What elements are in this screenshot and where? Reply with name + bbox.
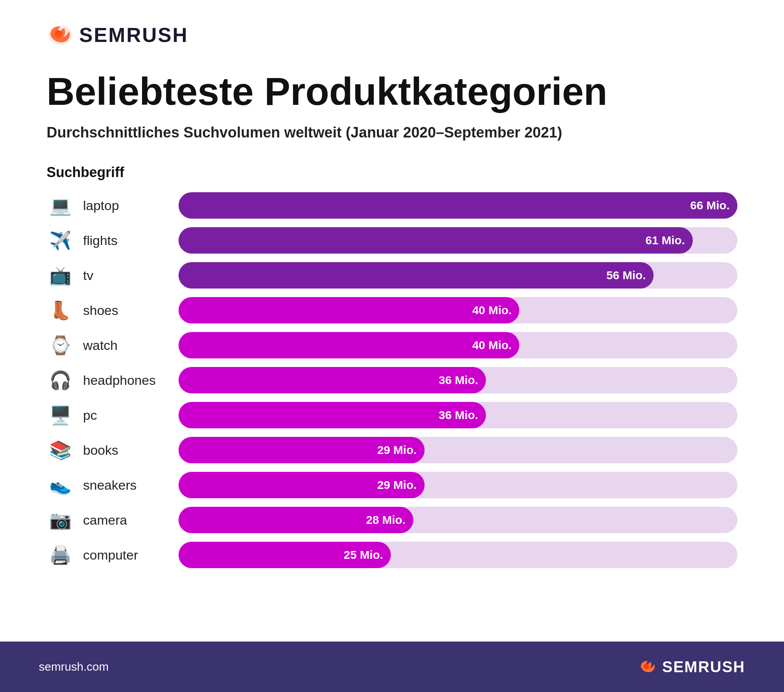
column-header: Suchbegriff [47, 164, 737, 181]
bar-track: 25 Mio. [179, 542, 737, 568]
row-label: watch [83, 338, 118, 353]
logo-text: SEMRUSH [79, 23, 188, 47]
row-label-area: 👟 sneakers [47, 475, 179, 496]
footer-logo: SEMRUSH [638, 658, 745, 676]
bar-value: 29 Mio. [377, 478, 417, 492]
page-title: Beliebteste Produktkategorien [47, 70, 737, 113]
bar-fill: 40 Mio. [179, 332, 519, 358]
bar-fill: 29 Mio. [179, 437, 425, 463]
row-icon: 👢 [47, 300, 74, 321]
chart-area: 💻 laptop 66 Mio. ✈️ flights 61 Mio. 📺 [47, 192, 737, 568]
row-label: sneakers [83, 478, 137, 493]
bar-track: 29 Mio. [179, 437, 737, 463]
bar-track: 40 Mio. [179, 297, 737, 323]
bar-track: 61 Mio. [179, 227, 737, 254]
bar-value: 25 Mio. [343, 548, 383, 562]
semrush-logo-icon [47, 23, 74, 47]
row-label: pc [83, 408, 97, 423]
bar-fill: 36 Mio. [179, 367, 486, 393]
row-icon: 🖨️ [47, 544, 74, 565]
row-label-area: 🖨️ computer [47, 544, 179, 565]
bar-track: 66 Mio. [179, 192, 737, 219]
bar-value: 56 Mio. [606, 269, 646, 282]
bar-track: 40 Mio. [179, 332, 737, 358]
row-label-area: 💻 laptop [47, 195, 179, 216]
row-icon: ✈️ [47, 230, 74, 251]
bar-value: 29 Mio. [377, 443, 417, 457]
bar-row: 🎧 headphones 36 Mio. [47, 367, 737, 393]
bar-row: 👢 shoes 40 Mio. [47, 297, 737, 323]
bar-fill: 36 Mio. [179, 402, 486, 428]
row-label-area: 🖥️ pc [47, 405, 179, 426]
bar-value: 36 Mio. [439, 374, 478, 387]
bar-track: 36 Mio. [179, 367, 737, 393]
row-icon: 💻 [47, 195, 74, 216]
row-label: flights [83, 233, 118, 248]
bar-fill: 29 Mio. [179, 472, 425, 498]
row-label: laptop [83, 198, 119, 213]
row-icon: ⌚ [47, 335, 74, 356]
bar-value: 40 Mio. [472, 304, 512, 317]
row-label: books [83, 443, 118, 458]
row-label-area: 👢 shoes [47, 300, 179, 321]
row-icon: 📺 [47, 265, 74, 286]
row-label-area: ⌚ watch [47, 335, 179, 356]
row-icon: 🖥️ [47, 405, 74, 426]
bar-fill: 25 Mio. [179, 542, 391, 568]
row-label-area: 🎧 headphones [47, 370, 179, 391]
footer: semrush.com SEMRUSH [0, 642, 784, 692]
footer-logo-text: SEMRUSH [662, 658, 745, 676]
row-label-area: 📚 books [47, 440, 179, 461]
bar-value: 36 Mio. [439, 409, 478, 422]
footer-url: semrush.com [39, 660, 109, 673]
row-icon: 🎧 [47, 370, 74, 391]
bar-fill: 28 Mio. [179, 507, 413, 533]
logo-area: SEMRUSH [47, 23, 737, 47]
bar-row: 💻 laptop 66 Mio. [47, 192, 737, 219]
row-label: headphones [83, 373, 156, 388]
bar-row: 👟 sneakers 29 Mio. [47, 472, 737, 498]
bar-row: 📺 tv 56 Mio. [47, 262, 737, 289]
bar-track: 28 Mio. [179, 507, 737, 533]
bar-row: 📷 camera 28 Mio. [47, 507, 737, 533]
footer-logo-icon [638, 659, 657, 675]
row-label-area: ✈️ flights [47, 230, 179, 251]
bar-row: 🖥️ pc 36 Mio. [47, 402, 737, 428]
bar-value: 40 Mio. [472, 339, 512, 352]
bar-value: 61 Mio. [645, 234, 685, 247]
bar-value: 66 Mio. [690, 199, 730, 212]
row-label-area: 📺 tv [47, 265, 179, 286]
bar-fill: 66 Mio. [179, 192, 737, 219]
bar-row: ✈️ flights 61 Mio. [47, 227, 737, 254]
bar-track: 29 Mio. [179, 472, 737, 498]
bar-row: 📚 books 29 Mio. [47, 437, 737, 463]
row-icon: 📷 [47, 509, 74, 530]
row-label: shoes [83, 303, 118, 318]
main-content: SEMRUSH Beliebteste Produktkategorien Du… [0, 0, 784, 642]
page-subtitle: Durchschnittliches Suchvolumen weltweit … [47, 124, 737, 141]
row-icon: 📚 [47, 440, 74, 461]
row-label: camera [83, 513, 127, 528]
bar-fill: 61 Mio. [179, 227, 693, 254]
svg-point-2 [644, 664, 649, 669]
bar-row: 🖨️ computer 25 Mio. [47, 542, 737, 568]
bar-fill: 40 Mio. [179, 297, 519, 323]
bar-value: 28 Mio. [366, 513, 406, 527]
row-label: computer [83, 548, 138, 563]
bar-row: ⌚ watch 40 Mio. [47, 332, 737, 358]
row-label-area: 📷 camera [47, 509, 179, 530]
bar-track: 36 Mio. [179, 402, 737, 428]
bar-fill: 56 Mio. [179, 262, 654, 289]
row-icon: 👟 [47, 475, 74, 496]
row-label: tv [83, 268, 93, 283]
bar-track: 56 Mio. [179, 262, 737, 289]
